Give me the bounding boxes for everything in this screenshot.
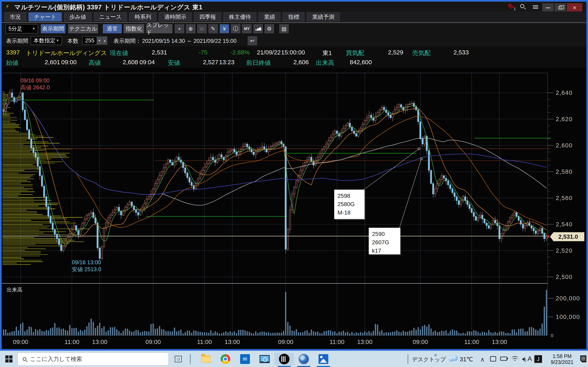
- volume-label: 出来高: [316, 59, 334, 67]
- action-center-icon[interactable]: [580, 355, 586, 362]
- file-explorer-icon[interactable]: [196, 353, 216, 365]
- tab-10[interactable]: 業績予測: [307, 12, 339, 21]
- ime-mode-j[interactable]: J: [534, 355, 542, 363]
- bid-label: 買気配: [346, 49, 364, 57]
- candlestick-chart[interactable]: 2,6402,6202,6002,5802,5602,5402,5202,500…: [2, 68, 586, 349]
- weather-icon[interactable]: [448, 355, 458, 363]
- tab-8[interactable]: 業績: [259, 12, 280, 21]
- current-price-marker: [547, 235, 549, 238]
- window-title: マルチツール(個別銘柄) 3397 トリドールホールディングス 東1: [14, 3, 203, 12]
- svg-text:2,520: 2,520: [556, 247, 573, 254]
- indexed-mode-button[interactable]: 指数化: [124, 24, 144, 33]
- settings-wrench-icon[interactable]: ⚙: [265, 24, 274, 33]
- photos-app-icon[interactable]: [314, 353, 333, 365]
- high-time: 09:04: [139, 59, 155, 66]
- weather-temp[interactable]: 31℃: [460, 356, 473, 363]
- start-button[interactable]: [5, 355, 13, 363]
- trading-app-icon[interactable]: [274, 353, 294, 365]
- timeframe-dropdown[interactable]: 5分足 ▼: [6, 24, 38, 33]
- area-chart-icon[interactable]: ▂▅▇: [253, 24, 263, 33]
- battery-icon[interactable]: [500, 357, 507, 361]
- display-period-button[interactable]: 表示期間: [41, 24, 65, 33]
- symbol-search-icon[interactable]: [520, 4, 524, 8]
- ma-mid: [3, 100, 546, 237]
- high-price: 2,608: [123, 59, 138, 66]
- bar-count-input[interactable]: 255: [82, 36, 97, 45]
- mail-icon[interactable]: ✉: [235, 353, 255, 365]
- volume-profile-layer: [2, 92, 89, 265]
- tab-6[interactable]: 四季報: [194, 12, 221, 21]
- svg-text:13:00: 13:00: [492, 338, 507, 345]
- tab-5[interactable]: 適時開示: [159, 12, 191, 21]
- last-price: 2,531: [152, 49, 167, 56]
- svg-text:100,000: 100,000: [556, 314, 580, 320]
- desktop-toolbar-label[interactable]: デスクトップ: [412, 356, 446, 363]
- info-icon[interactable]: ⓘ: [231, 24, 240, 33]
- link-group-badge: 1: [514, 7, 516, 11]
- chevron-down-icon: ▼: [32, 27, 35, 31]
- tab-2[interactable]: 歩み値: [64, 12, 91, 21]
- ime-mode-a[interactable]: A: [527, 355, 532, 363]
- taskbar-search-input[interactable]: ここに入力して検索: [17, 352, 169, 366]
- ma-mid2: [3, 100, 546, 227]
- tab-9[interactable]: 指標: [283, 12, 304, 21]
- open-time: 09:00: [61, 59, 77, 66]
- count-spin-up[interactable]: ▲: [102, 36, 107, 45]
- reset-view-button[interactable]: ↩: [248, 36, 257, 45]
- bid-price: 2,529: [388, 49, 403, 56]
- remote-viewer-icon[interactable]: [255, 353, 274, 365]
- speaker-icon[interactable]: ): [522, 356, 526, 363]
- tab-7[interactable]: 株主優待: [224, 12, 256, 21]
- tab-0[interactable]: 市況: [4, 12, 26, 21]
- sync-app-icon[interactable]: [294, 353, 314, 365]
- spread-mode-button[interactable]: スプレッド: [146, 24, 172, 33]
- prev-close-label: 前日終値: [246, 59, 271, 67]
- desktop-expand-chevron[interactable]: »: [434, 352, 437, 358]
- current-price-tag: 2,531.0: [550, 232, 584, 241]
- link-group-icon[interactable]: 1: [508, 4, 514, 9]
- menu-icon[interactable]: [533, 4, 538, 9]
- note-box-1[interactable]: 25982580GM-18: [334, 190, 364, 219]
- chart-area[interactable]: 2,6402,6202,6002,5802,5602,5402,5202,500…: [2, 68, 586, 349]
- tray-chevron-icon[interactable]: ∧: [480, 356, 485, 363]
- svg-text:200,000: 200,000: [556, 295, 580, 301]
- search-placeholder: ここに入力して検索: [30, 355, 82, 363]
- tray-device-icon[interactable]: [490, 356, 496, 361]
- tab-3[interactable]: ニュース: [94, 12, 127, 21]
- wifi-icon[interactable]: [511, 356, 519, 362]
- taskbar-clock[interactable]: 1:58 PM9/23/2021: [549, 353, 575, 365]
- draw-pencil-icon[interactable]: ✎: [208, 24, 218, 33]
- tab-active-1[interactable]: チャート: [29, 12, 62, 21]
- range-value: 2021/09/15 14:30 ～ 2021/09/22 15:00: [142, 37, 236, 45]
- high-label: 高値: [89, 59, 101, 67]
- zoom-out-icon[interactable]: ⊖: [197, 24, 207, 33]
- count-spin-down[interactable]: ▼: [97, 36, 102, 45]
- quote-date: 21/09/22: [257, 49, 281, 56]
- task-view-button[interactable]: ❏: [175, 356, 182, 362]
- quote-time: 15:00:00: [281, 49, 305, 56]
- ask-label: 売気配: [412, 49, 431, 57]
- minimize-icon: [546, 8, 550, 8]
- price-change: -75: [199, 49, 208, 56]
- normal-mode-button[interactable]: 通常: [103, 24, 122, 33]
- window-border-left: [0, 2, 2, 351]
- print-icon[interactable]: ▤: [279, 24, 289, 33]
- my-indicator-icon[interactable]: MY: [242, 24, 251, 33]
- prev-close: 2,606: [293, 59, 309, 66]
- low-price: 2,527: [203, 59, 218, 66]
- minimize-button[interactable]: [542, 3, 554, 12]
- search-icon: [23, 357, 26, 361]
- yen-axis-icon[interactable]: ¥: [220, 24, 229, 33]
- tab-bar: 市況チャート歩み値ニュース時系列適時開示四季報株主優待業績指標業績予測: [2, 11, 586, 23]
- day-volume: 842,600: [350, 59, 372, 66]
- technical-button[interactable]: テクニカル: [68, 24, 98, 33]
- note-box-2[interactable]: 25902607Gk17: [369, 228, 400, 254]
- tab-4[interactable]: 時系列: [129, 12, 156, 21]
- period-mode-dropdown[interactable]: 本数指定 ▼: [31, 36, 62, 45]
- crosshair-icon[interactable]: +: [175, 24, 184, 33]
- chart-toolbar: 5分足 ▼ 表示期間 テクニカル 通常 指数化 スプレッド +⊕⊖✎¥ⓘMY▂▅…: [2, 23, 586, 35]
- restore-button[interactable]: [554, 3, 566, 12]
- zoom-in-icon[interactable]: ⊕: [186, 24, 195, 33]
- close-button[interactable]: ×: [567, 3, 582, 12]
- chrome-icon[interactable]: [216, 353, 235, 365]
